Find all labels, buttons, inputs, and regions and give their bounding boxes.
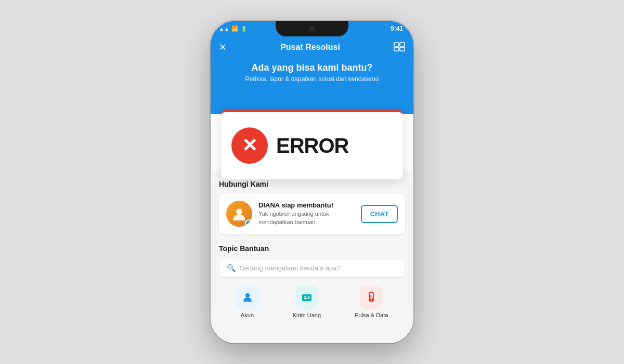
diana-card: ✓ DIANA siap membantu! Yuk ngobrol langs… [219, 193, 405, 234]
error-icon-circle: ✕ [231, 127, 268, 164]
signal-icon: ▲▲ [219, 26, 229, 32]
error-card: ✕ ERROR [221, 109, 403, 179]
app-header: ✕ Pusat Resolusi [211, 36, 413, 58]
pulsa-label: Pulsa & Data [355, 312, 388, 318]
kirim-uang-label: Kirim Uang [293, 312, 321, 318]
menu-button[interactable] [394, 42, 405, 53]
topic-section-title: Topic Bantuan [219, 244, 405, 253]
svg-rect-1 [400, 43, 405, 46]
error-label: ERROR [276, 134, 348, 158]
svg-rect-8 [304, 298, 307, 299]
svg-rect-6 [302, 294, 311, 301]
page-title: Pusat Resolusi [227, 43, 394, 52]
status-time: 9:41 [391, 25, 403, 32]
content-area: Hubungi Kami ✓ DIANA siap [211, 172, 413, 343]
kirim-uang-icon [295, 286, 318, 309]
search-icon: 🔍 [227, 264, 236, 272]
akun-label: Akun [241, 312, 254, 318]
pulsa-icon: Rp [360, 286, 383, 309]
hero-title: Ada yang bisa kami bantu? [211, 62, 413, 73]
phone-notch [276, 21, 348, 36]
akun-icon [236, 286, 259, 309]
hero-subtitle: Periksa, lapor & dapatkan solusi dari ke… [211, 75, 413, 83]
error-x-icon: ✕ [242, 136, 257, 155]
svg-point-5 [245, 293, 250, 297]
diana-name: DIANA siap membantu! [258, 201, 355, 209]
wifi-icon: 📶 [231, 25, 239, 32]
svg-rect-3 [400, 47, 405, 51]
chat-button[interactable]: CHAT [361, 205, 398, 223]
close-button[interactable]: ✕ [219, 42, 227, 53]
svg-text:Rp: Rp [370, 295, 374, 298]
diana-description: Yuk ngobrol langsung untuk mendapatkan b… [258, 210, 355, 226]
category-akun[interactable]: Akun [236, 286, 259, 318]
svg-rect-7 [304, 296, 306, 297]
search-box[interactable]: 🔍 Sedang mengalami kendala apa? [219, 258, 405, 278]
categories: Akun Kirim Uang [219, 286, 405, 318]
search-placeholder: Sedang mengalami kendala apa? [240, 264, 341, 272]
svg-point-11 [371, 300, 372, 301]
diana-info: DIANA siap membantu! Yuk ngobrol langsun… [258, 201, 355, 226]
diana-avatar: ✓ [226, 201, 252, 227]
status-icons: ▲▲ 📶 🔋 [219, 25, 247, 32]
svg-rect-0 [394, 43, 399, 46]
camera-dot [309, 26, 315, 31]
category-pulsa[interactable]: Rp Pulsa & Data [355, 286, 388, 318]
svg-rect-2 [394, 47, 399, 51]
svg-point-4 [236, 209, 242, 215]
phone-wrapper: ▲▲ 📶 🔋 9:41 ✕ Pusat Resolusi [211, 21, 413, 343]
phone-frame: ▲▲ 📶 🔋 9:41 ✕ Pusat Resolusi [211, 21, 413, 343]
contact-section-title: Hubungi Kami [219, 180, 405, 188]
battery-icon: 🔋 [241, 26, 247, 32]
category-kirim-uang[interactable]: Kirim Uang [293, 286, 321, 318]
